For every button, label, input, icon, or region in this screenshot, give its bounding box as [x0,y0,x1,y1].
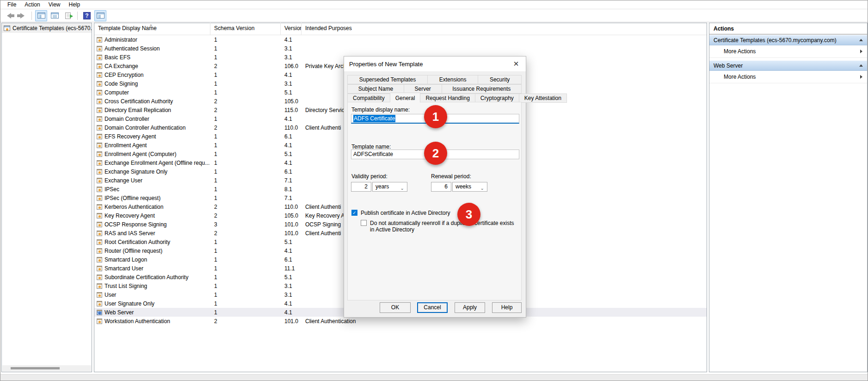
publish-certificate-checkbox[interactable]: ✓ [351,210,357,216]
template-name-cell: User Signature Only [105,300,154,307]
menu-file[interactable]: File [3,0,20,9]
certificate-template-icon [97,292,102,298]
menu-bar: File Action View Help [0,0,868,9]
scrollbar-thumb[interactable] [11,367,60,369]
help-dialog-button[interactable]: Help [492,302,522,313]
tab-request-handling[interactable]: Request Handling [420,94,475,103]
show-console-tree-button[interactable] [35,10,47,21]
step-badge-2: 2 [424,142,447,165]
tab-general[interactable]: General [390,93,421,103]
menu-action[interactable]: Action [20,0,44,9]
renewal-value-input[interactable]: 6 [431,182,451,192]
table-row[interactable]: Authenticated Session13.1 [94,44,707,53]
version-cell: 4.1 [281,37,302,43]
cancel-button[interactable]: Cancel [417,302,448,313]
certificate-template-icon [97,213,102,219]
forward-arrow-icon [20,13,25,19]
template-name-cell: EFS Recovery Agent [105,133,156,140]
validity-period-label: Validity period: [351,173,388,180]
template-name-cell: CA Exchange [105,63,138,69]
chevron-down-icon: ⌄ [480,184,484,193]
apply-button[interactable]: Apply [455,302,485,313]
certificate-template-icon [97,134,102,139]
more-actions-certificate-templates[interactable]: More Actions [709,45,867,58]
tree-item-certificate-templates[interactable]: Certificate Templates (ecs-5670. [2,23,92,33]
back-button[interactable] [3,10,15,21]
tab-extensions[interactable]: Extensions [428,75,478,84]
certificate-template-icon [97,283,102,289]
show-action-pane-button[interactable] [94,10,106,21]
general-tab-page [347,102,522,300]
mmc-certificate-templates-window: File Action View Help ? Certificate Temp… [0,0,868,381]
version-cell: 4.1 [281,300,302,307]
forward-button[interactable] [16,10,28,21]
schema-version-cell: 1 [210,169,281,175]
version-cell: 4.1 [281,116,302,122]
schema-version-cell: 2 [210,107,281,113]
tab-security[interactable]: Security [478,75,522,84]
close-icon[interactable]: ✕ [506,56,526,71]
actions-pane: Actions Certificate Templates (ecs-5670.… [709,23,868,372]
template-name-cell: Computer [105,89,129,96]
schema-version-cell: 2 [210,212,281,219]
version-cell: 110.0 [281,204,302,210]
schema-version-cell: 1 [210,274,281,281]
dialog-title-bar[interactable]: Properties of New Template ✕ [344,56,526,71]
properties-button[interactable] [49,10,61,21]
tab-server[interactable]: Server [404,84,442,94]
collapse-section-icon[interactable] [859,39,863,41]
validity-value-input[interactable]: 2 [351,182,371,192]
help-button[interactable]: ? [81,10,93,21]
version-cell: 3.1 [281,283,302,289]
column-header-intended-purposes[interactable]: Intended Purposes [302,23,707,35]
validity-unit-select[interactable]: years ⌄ [372,182,407,192]
tree-horizontal-scrollbar[interactable] [2,365,91,371]
schema-version-cell: 1 [210,309,281,316]
schema-version-cell: 1 [210,54,281,61]
certificate-template-icon [97,204,102,210]
action-pane-icon [97,12,105,19]
tab-compatibility[interactable]: Compatibility [347,94,390,103]
template-name-cell: User [105,292,116,298]
tab-issuance-requirements[interactable]: Issuance Requirements [442,84,522,94]
certificate-template-icon [97,81,102,87]
schema-version-cell: 2 [210,230,281,237]
actions-section-certificate-templates[interactable]: Certificate Templates (ecs-5670.mycompan… [709,35,867,45]
tab-row: Subject NameServerIssuance Requirements [347,84,522,94]
column-header-schema-version[interactable]: Schema Version [210,23,281,35]
certificate-template-icon [97,72,102,78]
renewal-unit-select[interactable]: weeks ⌄ [452,182,487,192]
menu-help[interactable]: Help [65,0,85,9]
chevron-down-icon: ⌄ [400,184,404,193]
column-header-template-display-name[interactable]: ^ Template Display Name [94,23,210,35]
template-name-cell: IPSec (Offline request) [105,195,160,201]
certificate-template-icon [97,239,102,245]
schema-version-cell: 1 [210,292,281,298]
table-row[interactable]: Administrator14.1 [94,35,707,44]
tab-row: Superseded TemplatesExtensionsSecurity [347,75,522,84]
collapse-section-icon[interactable] [859,64,863,67]
certificate-template-icon [97,178,102,183]
ok-button[interactable]: OK [380,302,411,313]
more-actions-web-server[interactable]: More Actions [709,71,867,83]
export-list-button[interactable] [62,10,74,21]
dialog-tab-strip: Superseded TemplatesExtensionsSecuritySu… [347,75,522,103]
template-name-cell: Code Signing [105,81,138,87]
tab-subject-name[interactable]: Subject Name [347,84,404,94]
do-not-reenroll-checkbox[interactable] [361,220,367,226]
tab-superseded-templates[interactable]: Superseded Templates [347,75,428,84]
schema-version-cell: 2 [210,318,281,325]
table-row[interactable]: Workstation Authentication2101.0Client A… [94,317,707,325]
export-list-icon [65,12,71,19]
certificate-template-icon [97,125,102,131]
template-name-cell: Smartcard User [105,265,143,272]
template-name-cell: Exchange User [105,177,142,184]
menu-view[interactable]: View [44,0,65,9]
actions-section-web-server[interactable]: Web Server [709,60,867,71]
template-name-cell: Root Certification Authority [105,239,170,245]
tab-key-attestation[interactable]: Key Attestation [519,94,567,103]
schema-version-cell: 1 [210,265,281,272]
column-header-version[interactable]: Version [281,23,302,35]
tab-cryptography[interactable]: Cryptography [475,94,519,103]
toolbar-separator [31,12,32,20]
